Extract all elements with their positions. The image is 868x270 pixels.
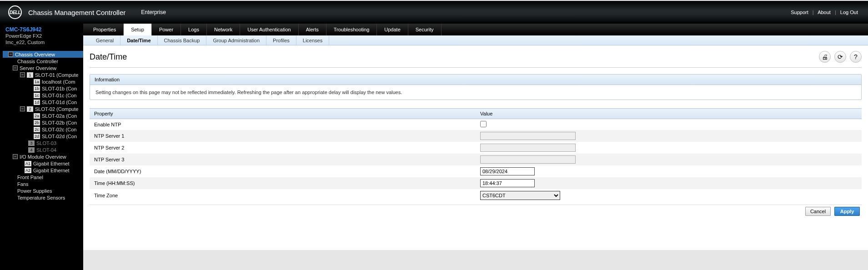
tree-label: Gigabit Ethernet (33, 161, 70, 166)
time-input[interactable] (480, 179, 535, 187)
tree-io-a1[interactable]: A1 Gigabit Ethernet (3, 160, 83, 167)
timezone-select[interactable]: CST6CDT (480, 191, 560, 200)
enable-ntp-checkbox[interactable] (480, 121, 487, 127)
col-value: Value (476, 109, 862, 119)
tab-update[interactable]: Update (377, 24, 408, 35)
tree-power-supplies[interactable]: Power Supplies (3, 187, 83, 194)
content-area: Properties Setup Power Logs Network User… (83, 24, 868, 270)
tree-slot-01d[interactable]: 1d SLOT-01d (Con (3, 99, 83, 105)
subtab-licenses[interactable]: Licenses (296, 35, 329, 45)
tree-slot-03[interactable]: 3 SLOT-03 (3, 140, 83, 146)
sub-tabs: General Date/Time Chassis Backup Group A… (83, 35, 868, 45)
slot-badge: 3 (28, 140, 35, 146)
ntp-server-1-input[interactable] (480, 132, 576, 140)
collapse-icon[interactable]: − (20, 72, 25, 77)
tab-troubleshooting[interactable]: Troubleshooting (326, 24, 377, 35)
tree-label: Chassis Overview (15, 52, 55, 57)
tree-label: SLOT-02a (Con (42, 113, 77, 119)
about-link[interactable]: About (818, 10, 831, 15)
logout-link[interactable]: Log Out (840, 10, 858, 15)
row-label-ntp1: NTP Server 1 (90, 130, 476, 142)
refresh-icon[interactable]: ⟳ (834, 51, 846, 63)
tree-label: I/O Module Overview (20, 154, 66, 160)
row-label-ntp2: NTP Server 2 (90, 142, 476, 154)
slot-badge: 2a (34, 113, 40, 119)
row-label-date: Date (MM/DD/YYYY) (90, 165, 476, 177)
tree-front-panel[interactable]: Front Panel (3, 174, 83, 180)
print-icon[interactable]: 🖨 (819, 51, 831, 63)
info-header: Information (90, 75, 861, 85)
tree-label: SLOT-02d (Con (42, 134, 77, 139)
slot-badge: 1c (34, 93, 40, 98)
tree-io-overview[interactable]: − I/O Module Overview (3, 153, 83, 160)
slot-badge: 1 (27, 72, 33, 78)
tree-slot-01b[interactable]: 1b SLOT-01b (Con (3, 85, 83, 92)
tree-slot-02c[interactable]: 2c SLOT-02c (Con (3, 126, 83, 133)
tree-fans[interactable]: Fans (3, 180, 83, 187)
property-table: Property Value Enable NTP NTP Server 1 N… (90, 108, 862, 202)
tree-slot-04[interactable]: 4 SLOT-04 (3, 146, 83, 153)
info-panel: Information Setting changes on this page… (90, 74, 862, 100)
slot-badge: A2 (25, 168, 31, 173)
date-input[interactable] (480, 167, 535, 175)
tree-label: SLOT-04 (36, 147, 56, 153)
col-property: Property (90, 109, 476, 119)
nav-tree: − Chassis Overview Chassis Controller − … (0, 49, 83, 206)
context-name: Enterprise (141, 9, 166, 15)
dell-logo-icon: DELL (8, 5, 22, 19)
tab-properties[interactable]: Properties (83, 24, 124, 35)
tree-chassis-controller[interactable]: Chassis Controller (3, 58, 83, 65)
collapse-icon[interactable]: − (13, 65, 18, 70)
service-tag: CMC-7S6J942 (5, 26, 79, 33)
tree-slot-01c[interactable]: 1c SLOT-01c (Con (3, 92, 83, 99)
slot-badge: 2c (34, 127, 40, 132)
tree-server-overview[interactable]: − Server Overview (3, 65, 83, 71)
tree-slot-02d[interactable]: 2d SLOT-02d (Con (3, 133, 83, 140)
nav-header: CMC-7S6J942 PowerEdge FX2 Imc_e22, Custo… (0, 24, 83, 49)
subtab-general[interactable]: General (90, 35, 120, 45)
tree-label: SLOT-01d (Con (42, 100, 77, 105)
slot-badge: 2d (34, 134, 40, 139)
slot-badge: 4 (28, 147, 35, 153)
tree-label: Chassis Controller (17, 59, 58, 64)
tree-slot-02b[interactable]: 2b SLOT-02b (Con (3, 119, 83, 126)
tab-security[interactable]: Security (408, 24, 442, 35)
tab-user-auth[interactable]: User Authentication (240, 24, 298, 35)
help-icon[interactable]: ? (850, 51, 862, 63)
tab-power[interactable]: Power (152, 24, 181, 35)
subtab-chassis-backup[interactable]: Chassis Backup (158, 35, 207, 45)
divider (90, 67, 862, 68)
tree-label: Power Supplies (17, 188, 52, 194)
subtab-datetime[interactable]: Date/Time (120, 35, 157, 45)
tree-label: SLOT-01 (Compute (35, 72, 78, 78)
tree-temp-sensors[interactable]: Temperature Sensors (3, 194, 83, 201)
tree-io-a2[interactable]: A2 Gigabit Ethernet (3, 167, 83, 174)
tree-label: SLOT-02b (Con (42, 120, 77, 125)
tab-logs[interactable]: Logs (181, 24, 207, 35)
subtab-profiles[interactable]: Profiles (266, 35, 296, 45)
row-label-tz: Time Zone (90, 189, 476, 202)
tree-slot-01[interactable]: − 1 SLOT-01 (Compute (3, 71, 83, 78)
separator: | (835, 10, 836, 15)
subtab-group-admin[interactable]: Group Administration (206, 35, 266, 45)
tree-slot-01a[interactable]: 1a localhost (Com (3, 78, 83, 85)
tree-slot-02[interactable]: − 2 SLOT-02 (Compute (3, 105, 83, 112)
collapse-icon[interactable]: − (20, 106, 25, 111)
tree-chassis-overview[interactable]: − Chassis Overview (3, 51, 83, 58)
button-row: Cancel Apply (90, 205, 862, 216)
collapse-icon[interactable]: − (13, 154, 18, 159)
tree-slot-02a[interactable]: 2a SLOT-02a (Con (3, 112, 83, 119)
ntp-server-3-input[interactable] (480, 155, 576, 164)
tab-network[interactable]: Network (207, 24, 240, 35)
tree-label: Server Overview (20, 65, 56, 71)
tab-setup[interactable]: Setup (124, 24, 152, 35)
tab-alerts[interactable]: Alerts (299, 24, 326, 35)
apply-button[interactable]: Apply (834, 207, 860, 216)
ntp-server-2-input[interactable] (480, 144, 576, 152)
slot-badge: 1b (34, 86, 40, 91)
tree-label: Front Panel (17, 175, 43, 180)
support-link[interactable]: Support (791, 10, 808, 15)
collapse-icon[interactable]: − (8, 52, 13, 57)
cancel-button[interactable]: Cancel (805, 207, 831, 216)
page-title: Date/Time (90, 52, 127, 62)
